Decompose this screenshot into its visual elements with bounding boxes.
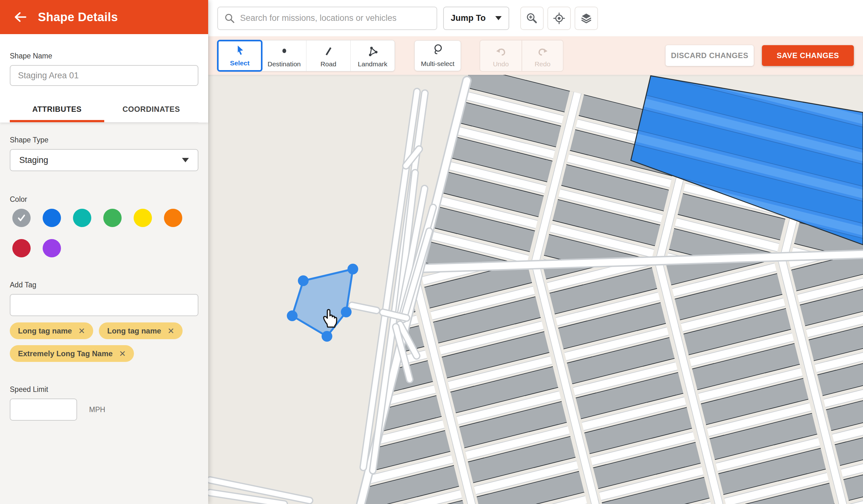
- tool-destination[interactable]: Destination: [262, 40, 306, 71]
- color-swatch-teal[interactable]: [73, 209, 91, 227]
- caret-down-icon: [495, 16, 502, 20]
- history-group: Undo Redo: [479, 40, 564, 72]
- tab-attributes[interactable]: ATTRIBUTES: [10, 100, 104, 122]
- draw-tool-group: Select Destination Road: [217, 40, 395, 71]
- speed-limit-input[interactable]: [10, 399, 77, 421]
- add-tag-label: Add Tag: [10, 281, 198, 289]
- add-tag-input[interactable]: [10, 294, 198, 316]
- shape-name-input[interactable]: [10, 65, 198, 86]
- speed-limit-label: Speed Limit: [10, 385, 198, 394]
- map-tool-icons: [520, 7, 598, 30]
- shape-details-panel: Shape Details Shape Name ATTRIBUTES COOR…: [0, 0, 208, 504]
- tag-pill: Long tag name ✕: [99, 323, 182, 339]
- chevron-down-icon: [182, 158, 189, 162]
- vertex-handle[interactable]: [298, 275, 309, 286]
- shape-type-value: Staging: [19, 155, 48, 165]
- save-changes-button[interactable]: SAVE CHANGES: [762, 45, 854, 66]
- tag-label: Extremely Long Tag Name: [18, 349, 113, 358]
- color-swatch-blue[interactable]: [43, 209, 61, 227]
- zoom-in-button[interactable]: [520, 7, 543, 30]
- color-swatch-gray[interactable]: [12, 209, 30, 227]
- tag-label: Long tag name: [107, 327, 161, 335]
- destination-dot-icon: [279, 45, 290, 59]
- tag-list: Long tag name ✕ Long tag name ✕ Extremel…: [10, 323, 198, 362]
- jump-to-label: Jump To: [451, 13, 486, 23]
- selected-staging-polygon[interactable]: [287, 264, 358, 342]
- zoom-in-icon: [526, 12, 538, 25]
- shape-type-label: Shape Type: [10, 136, 198, 144]
- attributes-form: Shape Type Staging Color: [0, 123, 208, 504]
- panel-tabs: ATTRIBUTES COORDINATES: [10, 100, 198, 123]
- layers-icon: [580, 12, 592, 25]
- blue-zone-shape[interactable]: [631, 76, 863, 245]
- map-canvas[interactable]: [208, 75, 863, 504]
- panel-title: Shape Details: [38, 10, 118, 24]
- tag-remove-icon[interactable]: ✕: [78, 327, 85, 335]
- tag-remove-icon[interactable]: ✕: [167, 327, 174, 335]
- arrow-left-icon: [13, 11, 27, 23]
- color-swatch-yellow[interactable]: [134, 209, 152, 227]
- tag-pill: Long tag name ✕: [10, 323, 93, 339]
- app-window: Shape Details Shape Name ATTRIBUTES COOR…: [0, 0, 863, 504]
- locate-button[interactable]: [548, 7, 571, 30]
- jump-to-button[interactable]: Jump To: [443, 7, 509, 30]
- top-bar: Jump To: [208, 0, 863, 36]
- edit-toolbar: Select Destination Road: [208, 36, 863, 75]
- tool-select[interactable]: Select: [217, 40, 263, 72]
- undo-icon: [495, 45, 507, 59]
- layers-button[interactable]: [575, 7, 598, 30]
- speed-limit-unit: MPH: [89, 405, 105, 414]
- color-label: Color: [10, 195, 198, 204]
- color-swatch-orange[interactable]: [164, 209, 182, 227]
- back-button[interactable]: [12, 9, 28, 25]
- lasso-icon: [432, 43, 444, 58]
- speed-limit-row: MPH: [10, 399, 198, 421]
- color-swatch-red[interactable]: [12, 239, 30, 257]
- landmark-polygon-icon: [366, 45, 379, 59]
- vertex-handle[interactable]: [322, 331, 332, 342]
- tool-multi-select[interactable]: Multi-select: [414, 40, 461, 71]
- main-area: Jump To: [208, 0, 863, 504]
- search-icon: [224, 13, 235, 24]
- tag-remove-icon[interactable]: ✕: [119, 350, 126, 358]
- redo-button[interactable]: Redo: [522, 40, 563, 71]
- panel-header: Shape Details: [0, 0, 208, 34]
- shape-name-label: Shape Name: [10, 52, 198, 60]
- vertex-handle[interactable]: [348, 264, 358, 274]
- vertex-handle[interactable]: [341, 307, 352, 317]
- tab-coordinates[interactable]: COORDINATES: [104, 100, 199, 122]
- check-icon: [16, 213, 27, 223]
- search-box: [217, 7, 437, 30]
- cursor-arrow-icon: [234, 43, 246, 58]
- map-overlay: [208, 75, 863, 504]
- redo-icon: [536, 45, 549, 59]
- discard-changes-button[interactable]: DISCARD CHANGES: [665, 45, 754, 66]
- shape-type-select[interactable]: Staging: [10, 149, 198, 171]
- color-swatch-purple[interactable]: [43, 239, 61, 257]
- color-swatches: [10, 209, 187, 257]
- vertex-handle[interactable]: [287, 311, 298, 321]
- tool-landmark[interactable]: Landmark: [350, 40, 395, 71]
- tag-label: Long tag name: [18, 327, 72, 335]
- search-input[interactable]: [240, 13, 430, 23]
- road-line-icon: [323, 45, 334, 59]
- undo-button[interactable]: Undo: [480, 40, 522, 71]
- color-swatch-green[interactable]: [103, 209, 122, 227]
- tool-road[interactable]: Road: [306, 40, 350, 71]
- tag-pill: Extremely Long Tag Name ✕: [10, 345, 134, 362]
- shape-name-section: Shape Name ATTRIBUTES COORDINATES: [0, 34, 208, 123]
- crosshair-icon: [553, 12, 565, 25]
